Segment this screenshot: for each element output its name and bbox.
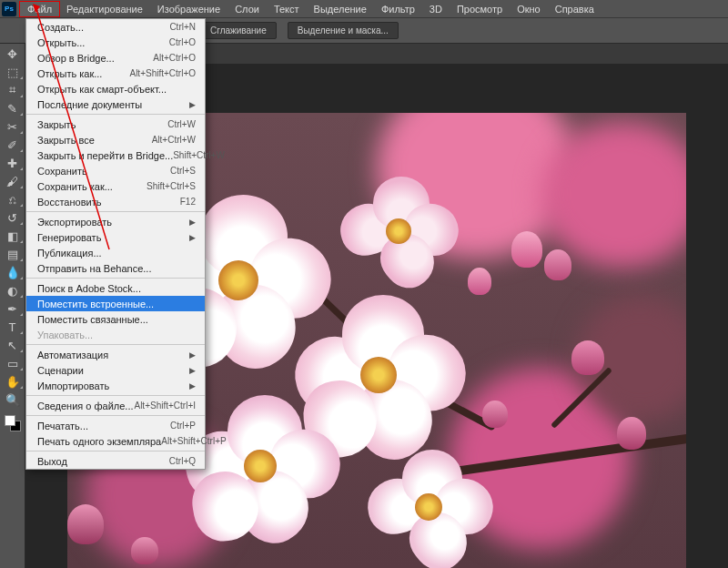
menu-separator bbox=[26, 278, 205, 279]
menu-item[interactable]: ЗакрытьCtrl+W bbox=[26, 117, 205, 132]
menu-item: Упаковать... bbox=[26, 327, 205, 342]
menu-separator bbox=[26, 114, 205, 115]
chevron-right-icon: ▶ bbox=[189, 100, 196, 109]
menu-item[interactable]: Открыть как смарт-объект... bbox=[26, 81, 205, 96]
menu-item[interactable]: Сведения о файле...Alt+Shift+Ctrl+I bbox=[26, 398, 205, 413]
brush-tool[interactable]: 🖌 bbox=[2, 173, 24, 189]
chevron-right-icon: ▶ bbox=[189, 366, 196, 375]
rectangle-tool[interactable]: ▭ bbox=[2, 355, 24, 371]
toolbox: ✥⬚⌗✎✂✐✚🖌⎌↺◧▤💧◐✒T↖▭✋🔍 bbox=[0, 44, 25, 568]
menu-просмотр[interactable]: Просмотр bbox=[450, 2, 510, 16]
lasso-tool[interactable]: ⌗ bbox=[2, 82, 24, 98]
menu-separator bbox=[26, 344, 205, 345]
menu-слои[interactable]: Слои bbox=[228, 2, 267, 16]
menu-файл[interactable]: Файл bbox=[20, 2, 59, 16]
menu-текст[interactable]: Текст bbox=[267, 2, 307, 16]
option-smoothing[interactable]: Сглаживание bbox=[200, 22, 277, 39]
menu-item[interactable]: Генерировать▶ bbox=[26, 229, 205, 245]
app-icon: Ps bbox=[2, 2, 16, 16]
menu-выделение[interactable]: Выделение bbox=[307, 2, 374, 16]
pen-tool[interactable]: ✒ bbox=[2, 300, 24, 317]
menu-item[interactable]: Последние документы▶ bbox=[26, 96, 205, 112]
crop-tool[interactable]: ✂ bbox=[2, 118, 24, 135]
chevron-right-icon: ▶ bbox=[189, 218, 196, 227]
quick-select-tool[interactable]: ✎ bbox=[2, 100, 24, 117]
menu-item[interactable]: Создать...Ctrl+N bbox=[26, 19, 205, 35]
menu-фильтр[interactable]: Фильтр bbox=[374, 2, 422, 16]
menu-item[interactable]: Автоматизация▶ bbox=[26, 347, 205, 362]
menu-item[interactable]: Импортировать▶ bbox=[26, 378, 205, 393]
menu-item[interactable]: Экспортировать▶ bbox=[26, 214, 205, 229]
menu-item[interactable]: Открыть...Ctrl+O bbox=[26, 35, 205, 50]
menu-изображение[interactable]: Изображение bbox=[150, 2, 228, 16]
eyedropper-tool[interactable]: ✐ bbox=[2, 137, 24, 153]
menu-item[interactable]: Обзор в Bridge...Alt+Ctrl+O bbox=[26, 50, 205, 66]
dodge-tool[interactable]: ◐ bbox=[2, 282, 24, 299]
move-tool[interactable]: ✥ bbox=[2, 46, 24, 62]
menu-item[interactable]: Поместить встроенные... bbox=[26, 296, 205, 311]
path-select-tool[interactable]: ↖ bbox=[2, 337, 24, 353]
menubar: Ps ФайлРедактированиеИзображениеСлоиТекс… bbox=[0, 0, 728, 18]
menu-item[interactable]: Открыть как...Alt+Shift+Ctrl+O bbox=[26, 66, 205, 81]
menu-окно[interactable]: Окно bbox=[510, 2, 548, 16]
color-swatch[interactable] bbox=[5, 415, 21, 431]
menu-item[interactable]: ВосстановитьF12 bbox=[26, 194, 205, 209]
chevron-right-icon: ▶ bbox=[189, 350, 196, 360]
history-brush-tool[interactable]: ↺ bbox=[2, 209, 24, 226]
menu-item[interactable]: Закрыть всеAlt+Ctrl+W bbox=[26, 132, 205, 147]
hand-tool[interactable]: ✋ bbox=[2, 373, 24, 390]
menu-item[interactable]: Публикация... bbox=[26, 245, 205, 260]
menu-item[interactable]: ВыходCtrl+Q bbox=[26, 453, 205, 469]
file-menu-dropdown: Создать...Ctrl+NОткрыть...Ctrl+OОбзор в … bbox=[25, 18, 206, 470]
option-select-and-mask[interactable]: Выделение и маска... bbox=[288, 22, 399, 39]
chevron-right-icon: ▶ bbox=[189, 381, 196, 390]
chevron-right-icon: ▶ bbox=[189, 233, 196, 242]
stamp-tool[interactable]: ⎌ bbox=[2, 191, 24, 208]
menu-separator bbox=[26, 451, 205, 451]
menu-item[interactable]: Печатать...Ctrl+P bbox=[26, 418, 205, 433]
menu-separator bbox=[26, 415, 205, 416]
blur-tool[interactable]: 💧 bbox=[2, 264, 24, 280]
menu-редактирование[interactable]: Редактирование bbox=[59, 2, 150, 16]
type-tool[interactable]: T bbox=[2, 319, 24, 335]
healing-tool[interactable]: ✚ bbox=[2, 155, 24, 171]
menu-item[interactable]: Поиск в Adobe Stock... bbox=[26, 280, 205, 296]
zoom-tool[interactable]: 🔍 bbox=[2, 391, 24, 408]
menu-справка[interactable]: Справка bbox=[548, 2, 602, 16]
menu-item[interactable]: Сценарии▶ bbox=[26, 362, 205, 378]
menu-item[interactable]: Сохранить как...Shift+Ctrl+S bbox=[26, 178, 205, 194]
menu-3d[interactable]: 3D bbox=[422, 2, 450, 16]
menu-item[interactable]: Поместить связанные... bbox=[26, 311, 205, 327]
menu-item[interactable]: Закрыть и перейти в Bridge...Shift+Ctrl+… bbox=[26, 147, 205, 163]
menu-item[interactable]: Печать одного экземпляраAlt+Shift+Ctrl+P bbox=[26, 433, 205, 449]
menu-item[interactable]: Отправить на Behance... bbox=[26, 260, 205, 276]
menu-separator bbox=[26, 395, 205, 396]
menu-separator bbox=[26, 211, 205, 212]
eraser-tool[interactable]: ◧ bbox=[2, 228, 24, 244]
menu-item[interactable]: СохранитьCtrl+S bbox=[26, 163, 205, 178]
marquee-tool[interactable]: ⬚ bbox=[2, 64, 24, 80]
gradient-tool[interactable]: ▤ bbox=[2, 246, 24, 262]
